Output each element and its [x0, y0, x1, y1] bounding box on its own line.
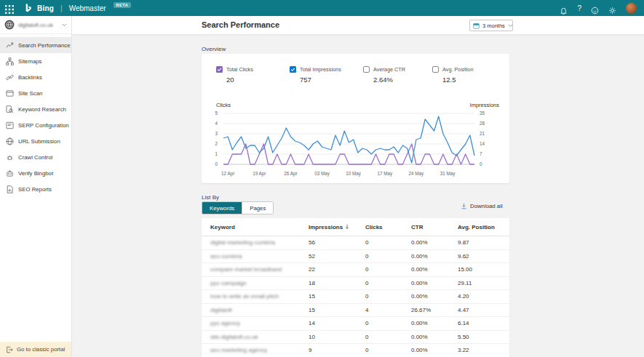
table-row[interactable]: how to write an email pitch1500.00%4.20	[202, 290, 509, 304]
sidebar-item-label: Search Performance	[18, 42, 71, 49]
site-name: digitaloft.co.uk	[18, 22, 58, 28]
classic-portal-link[interactable]: Go to classic portal	[0, 342, 71, 357]
table-row[interactable]: ppc campaign1800.00%29.11	[202, 277, 509, 291]
app-launcher-icon[interactable]	[5, 4, 14, 12]
metric-total-impressions[interactable]: Total Impressions757	[290, 66, 363, 84]
sidebar-item-crawl-control[interactable]: Crawl Control	[0, 149, 71, 165]
sidebar-item-backlinks[interactable]: Backlinks	[0, 69, 71, 85]
site-selector[interactable]: digitaloft.co.uk	[0, 16, 71, 34]
column-avg-position[interactable]: Avg. Position	[458, 224, 509, 230]
performance-line-chart[interactable]: 001721432142853512 Apr19 Apr26 Apr03 May…	[202, 111, 509, 180]
cell-avg-position: 29.11	[458, 280, 509, 286]
svg-text:35: 35	[480, 111, 485, 116]
cell-clicks: 0	[365, 293, 411, 300]
table-row[interactable]: seo marketing agency900.00%3.22	[202, 344, 509, 357]
feedback-smiley-icon[interactable]	[591, 4, 599, 12]
chevron-down-icon	[508, 24, 513, 28]
checkbox-checked-icon[interactable]	[290, 66, 296, 73]
settings-gear-icon[interactable]	[608, 4, 616, 12]
cell-avg-position: 3.22	[458, 347, 509, 353]
date-range-dropdown[interactable]: 3 months	[469, 20, 513, 31]
overview-card: Total Clicks20Total Impressions757Averag…	[202, 54, 509, 183]
svg-text:31 May: 31 May	[440, 171, 456, 177]
table-body: digital marketing cumbria5600.00%9.87seo…	[202, 236, 509, 357]
svg-text:17 May: 17 May	[377, 171, 393, 177]
checkbox-unchecked-icon[interactable]	[432, 66, 439, 73]
sidebar-item-label: Keyword Research	[18, 106, 66, 113]
sidebar-item-sitemaps[interactable]: Sitemaps	[0, 53, 71, 69]
table-row[interactable]: ppc agency1400.00%6.14	[202, 317, 509, 331]
svg-text:3: 3	[215, 131, 218, 136]
crawl-control-icon	[6, 153, 14, 161]
cell-impressions: 52	[309, 253, 365, 260]
tab-pages[interactable]: Pages	[242, 202, 273, 214]
column-keyword[interactable]: Keyword	[210, 224, 309, 230]
cell-avg-position: 9.87	[458, 239, 509, 246]
column-clicks[interactable]: Clicks	[365, 224, 411, 230]
cell-avg-position: 4.47	[458, 307, 509, 313]
sidebar-item-verify-bingbot[interactable]: Verify Bingbot	[0, 165, 71, 181]
download-icon	[461, 203, 467, 209]
sidebar-item-label: Site Scan	[18, 90, 42, 97]
metric-average-ctr[interactable]: Average CTR2.64%	[363, 66, 432, 84]
left-axis-title: Clicks	[216, 102, 231, 108]
sidebar-item-seo-reports[interactable]: SEO Reports	[0, 181, 71, 197]
main-content: Search Performance 3 months Overview Tot…	[72, 16, 644, 357]
list-by-label: List By	[202, 194, 219, 201]
sidebar-item-url-submission[interactable]: URL Submission	[0, 133, 71, 149]
date-range-value: 3 months	[482, 23, 505, 29]
brand-name[interactable]: Bing	[37, 4, 54, 12]
cell-ctr: 0.00%	[411, 293, 458, 300]
cell-impressions: 15	[309, 293, 365, 300]
cell-keyword: compare market broadband	[210, 266, 309, 273]
sidebar-item-search-performance[interactable]: Search Performance	[0, 37, 71, 53]
help-icon[interactable]: ?	[577, 4, 581, 12]
svg-text:21: 21	[480, 131, 485, 136]
table-row[interactable]: site:digitaloft.co.uk1000.00%5.50	[202, 331, 509, 345]
sidebar-item-label: URL Submission	[18, 138, 60, 145]
cell-impressions: 10	[309, 334, 365, 340]
metric-total-clicks[interactable]: Total Clicks20	[216, 66, 290, 84]
notifications-icon[interactable]	[560, 4, 568, 12]
cell-ctr: 0.00%	[411, 334, 458, 340]
cell-avg-position: 4.20	[458, 293, 509, 300]
sidebar-item-keyword-research[interactable]: Keyword Research	[0, 101, 71, 117]
cell-clicks: 0	[365, 320, 411, 326]
sidebar-menu: Search PerformanceSitemapsBacklinksSite …	[0, 34, 71, 197]
cell-avg-position: 6.14	[458, 320, 509, 326]
svg-text:4: 4	[215, 121, 218, 126]
checkbox-checked-icon[interactable]	[216, 66, 223, 73]
product-name[interactable]: Webmaster	[69, 4, 106, 12]
column-impressions[interactable]: Impressions	[309, 224, 365, 230]
backlinks-icon	[6, 73, 14, 81]
cell-clicks: 0	[365, 253, 411, 260]
sidebar-item-serp-configuration[interactable]: SERP Configuration	[0, 117, 71, 133]
column-ctr[interactable]: CTR	[411, 224, 458, 230]
cell-clicks: 0	[365, 266, 411, 273]
sidebar-item-label: Crawl Control	[18, 154, 52, 161]
sidebar-item-label: Verify Bingbot	[18, 170, 53, 177]
cell-impressions: 9	[309, 347, 365, 353]
table-row[interactable]: digital marketing cumbria5600.00%9.87	[202, 236, 509, 250]
cell-ctr: 0.00%	[411, 347, 458, 353]
list-by-tabs: Keywords Pages	[202, 201, 274, 214]
table-row[interactable]: digitaloft15426.67%4.47	[202, 304, 509, 318]
sidebar-item-site-scan[interactable]: Site Scan	[0, 85, 71, 101]
metric-avg-position[interactable]: Avg. Position12.5	[432, 66, 506, 84]
metrics-row: Total Clicks20Total Impressions757Averag…	[216, 66, 502, 84]
cell-impressions: 15	[309, 307, 365, 313]
table-row[interactable]: compare market broadband2200.00%15.00	[202, 263, 509, 277]
user-avatar[interactable]	[626, 3, 637, 14]
metric-label: Average CTR	[373, 66, 405, 73]
metric-label: Avg. Position	[442, 66, 473, 73]
table-row[interactable]: seo cumbria5200.00%9.62	[202, 250, 509, 264]
svg-text:5: 5	[215, 111, 218, 116]
metric-value: 2.64%	[373, 76, 432, 84]
download-all-button[interactable]: Download all	[461, 203, 503, 209]
page-title: Search Performance	[202, 16, 279, 34]
tab-keywords[interactable]: Keywords	[202, 202, 242, 214]
svg-text:03 May: 03 May	[314, 171, 330, 177]
checkbox-unchecked-icon[interactable]	[363, 66, 370, 73]
cell-clicks: 0	[365, 280, 411, 286]
svg-text:14: 14	[480, 141, 485, 146]
